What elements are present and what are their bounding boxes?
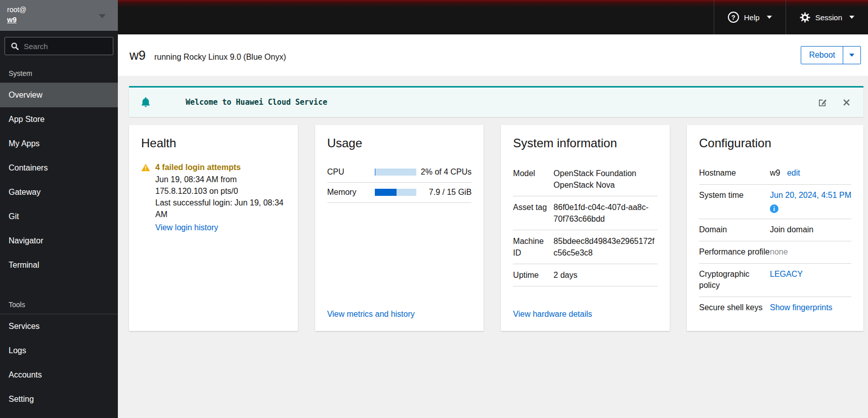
uptime-row: Uptime 2 days [513,264,658,286]
sidebar-item-app-store[interactable]: App Store [0,107,118,132]
ssh-keys-label: Secure shell keys [699,302,770,313]
sidebar-item-logs[interactable]: Logs [0,339,118,363]
health-card-title: Health [141,136,286,150]
last-login-detail: Last successful login: Jun 19, 08:34 AM [155,197,286,220]
reboot-dropdown-toggle[interactable] [843,47,860,64]
model-label: Model [513,168,553,191]
uptime-value: 2 days [553,269,658,281]
usage-card-title: Usage [327,136,472,150]
sidebar-item-gateway[interactable]: Gateway [0,180,118,204]
help-menu[interactable]: ? Help [714,0,786,34]
gear-icon [800,12,810,23]
view-metrics-link[interactable]: View metrics and history [327,310,472,319]
edit-banner-icon[interactable] [818,98,828,107]
memory-usage-row: Memory 7.9 / 15 GiB [327,183,472,203]
crypto-policy-link[interactable]: LEGACY [770,270,803,278]
nav-section-tools: Tools [0,297,118,314]
usage-card: Usage CPU 2% of 4 CPUs Memory 7.9 / 15 G… [315,125,484,331]
hostname-value: w9 [770,169,780,177]
help-icon: ? [728,12,739,23]
info-icon[interactable] [770,204,778,213]
performance-profile-value: none [770,246,851,258]
machine-id-value: 85bdeec8d49843e2965172fc56c5e3c8 [553,235,658,259]
hostname-label: Hostname [699,168,770,179]
user-menu[interactable]: root@ w9 [0,0,118,31]
content-area: Welcome to Huawei Cloud Service Health [118,76,868,418]
cpu-progress-bar [375,169,416,176]
search-input[interactable]: Search [5,37,113,55]
reboot-button[interactable]: Reboot [801,47,843,64]
failed-login-alert: 4 failed login attempts [155,162,241,173]
bell-icon [141,97,151,108]
crypto-policy-label: Cryptographic policy [699,269,770,291]
view-hardware-details-link[interactable]: View hardware details [513,310,658,319]
edit-hostname-link[interactable]: edit [787,169,800,177]
uptime-label: Uptime [513,269,553,281]
sidebar-item-terminal[interactable]: Terminal [0,253,118,277]
chevron-down-icon [99,14,106,18]
asset-tag-label: Asset tag [513,201,553,225]
configuration-title: Configuration [699,136,851,150]
memory-usage-value: 7.9 / 15 GiB [429,188,472,197]
sidebar-item-accounts[interactable]: Accounts [0,363,118,387]
sidebar-item-navigator[interactable]: Navigator [0,229,118,253]
memory-progress-fill [375,189,397,196]
memory-label: Memory [327,188,375,197]
cpu-usage-row: CPU 2% of 4 CPUs [327,162,472,183]
view-login-history-link[interactable]: View login history [155,222,218,233]
crypto-policy-row: Cryptographic policy LEGACY [699,264,851,297]
masthead: ? Help Session [118,0,868,34]
configuration-card: Configuration Hostname w9 edit System ti… [687,125,863,331]
hostname-row: Hostname w9 edit [699,162,851,185]
session-label: Session [815,13,842,22]
system-information-title: System information [513,136,658,150]
user-host: w9 [7,15,111,25]
show-fingerprints-link[interactable]: Show fingerprints [770,303,833,312]
sidebar: root@ w9 Search System Overview App Stor… [0,0,118,418]
chevron-down-icon [849,16,854,19]
cpu-label: CPU [327,168,375,177]
ssh-keys-row: Secure shell keys Show fingerprints [699,297,851,319]
page-title: w9 [129,48,146,63]
machine-id-row: Machine ID 85bdeec8d49843e2965172fc56c5e… [513,230,658,264]
memory-progress-bar [375,189,416,196]
welcome-banner: Welcome to Huawei Cloud Service [129,86,863,117]
sidebar-item-git[interactable]: Git [0,204,118,229]
system-time-label: System time [699,190,770,213]
cpu-progress-fill [375,169,376,176]
chevron-down-icon [767,16,772,19]
reboot-split-button: Reboot [801,46,861,64]
system-information-card: System information Model OpenStack Found… [501,125,670,331]
close-banner-icon[interactable] [843,99,850,106]
sidebar-item-overview[interactable]: Overview [0,83,118,107]
os-subtitle: running Rocky Linux 9.0 (Blue Onyx) [154,53,286,62]
join-domain-link[interactable]: Join domain [770,224,851,235]
performance-profile-label: Performance profile [699,246,770,258]
help-label: Help [744,13,760,22]
machine-id-label: Machine ID [513,235,553,259]
model-value: OpenStack Foundation OpenStack Nova [553,168,658,191]
performance-profile-row: Performance profile none [699,241,851,264]
system-time-link[interactable]: Jun 20, 2024, 4:51 PM [770,190,851,201]
search-icon [11,42,19,51]
search-placeholder: Search [24,42,48,51]
domain-row: Domain Join domain [699,219,851,241]
failed-login-detail: Jun 19, 08:34 AM from 175.8.120.103 on p… [155,174,286,197]
banner-title: Welcome to Huawei Cloud Service [186,98,327,107]
system-time-row: System time Jun 20, 2024, 4:51 PM [699,185,851,219]
model-row: Model OpenStack Foundation OpenStack Nov… [513,162,658,196]
asset-tag-value: 86f0e1fd-c04c-407d-aa8c-70f763c66bdd [553,201,658,225]
user-name: root@ [7,5,111,15]
domain-label: Domain [699,224,770,235]
session-menu[interactable]: Session [786,0,868,34]
chevron-down-icon [849,54,854,57]
sidebar-item-setting[interactable]: Setting [0,387,118,411]
nav-section-system: System [0,65,118,82]
asset-tag-row: Asset tag 86f0e1fd-c04c-407d-aa8c-70f763… [513,196,658,230]
page-header: w9 running Rocky Linux 9.0 (Blue Onyx) R… [118,34,868,76]
sidebar-item-services[interactable]: Services [0,314,118,339]
sidebar-item-my-apps[interactable]: My Apps [0,132,118,156]
health-card: Health 4 failed login attempts Jun 19, 0… [129,125,298,331]
cpu-usage-value: 2% of 4 CPUs [421,168,471,177]
sidebar-item-containers[interactable]: Containers [0,156,118,180]
